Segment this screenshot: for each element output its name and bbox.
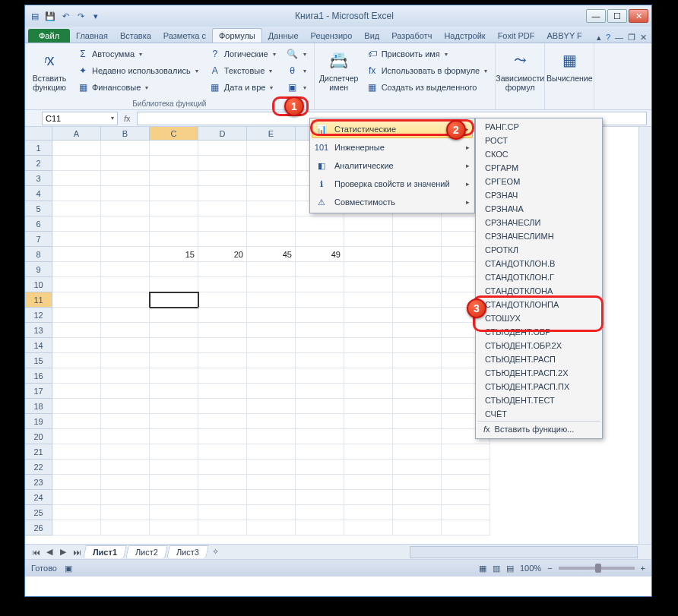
cell-H6[interactable] xyxy=(393,216,442,232)
cell-B2[interactable] xyxy=(101,156,150,171)
cell-A13[interactable] xyxy=(52,323,101,338)
cell-F17[interactable] xyxy=(296,384,344,399)
cell-C21[interactable] xyxy=(150,444,198,460)
sheet-nav-next[interactable]: ▶ xyxy=(57,547,69,557)
cell-A5[interactable] xyxy=(52,201,101,216)
function-item-СРЗНАЧЕСЛИМН[interactable]: СРЗНАЧЕСЛИМН xyxy=(477,229,600,243)
create-from-selection-button[interactable]: ▦Создать из выделенного xyxy=(363,80,491,95)
cell-B23[interactable] xyxy=(101,475,150,490)
sheet-nav-prev[interactable]: ◀ xyxy=(43,547,55,557)
cell-G7[interactable] xyxy=(344,232,393,247)
cell-F25[interactable] xyxy=(296,505,344,520)
use-in-formula-button[interactable]: fxИспользовать в формуле▾ xyxy=(363,63,491,78)
lookup-button[interactable]: 🔍▾ xyxy=(284,46,309,62)
cell-E20[interactable] xyxy=(247,429,296,444)
cell-H15[interactable] xyxy=(393,353,442,368)
cell-A2[interactable] xyxy=(52,156,101,171)
cell-A21[interactable] xyxy=(52,444,101,460)
cell-E23[interactable] xyxy=(247,475,296,490)
wb-close-icon[interactable]: ✕ xyxy=(640,33,647,43)
cell-D16[interactable] xyxy=(198,368,247,384)
cell-E15[interactable] xyxy=(247,353,296,368)
tab-data[interactable]: Данные xyxy=(262,29,305,43)
cell-D5[interactable] xyxy=(198,201,247,216)
cell-C19[interactable] xyxy=(150,414,198,429)
row-header-16[interactable]: 16 xyxy=(25,368,52,384)
cell-A19[interactable] xyxy=(52,414,101,429)
cell-E4[interactable] xyxy=(247,186,296,201)
cell-D9[interactable] xyxy=(198,262,247,277)
cell-F18[interactable] xyxy=(296,399,344,414)
cell-C20[interactable] xyxy=(150,429,198,444)
tab-review[interactable]: Рецензиро xyxy=(305,29,359,43)
cell-A20[interactable] xyxy=(52,429,101,444)
row-header-12[interactable]: 12 xyxy=(25,308,52,323)
sheet-nav-first[interactable]: ⏮ xyxy=(30,548,42,557)
cell-D10[interactable] xyxy=(198,277,247,292)
cell-E12[interactable] xyxy=(247,308,296,323)
cell-A12[interactable] xyxy=(52,308,101,323)
name-box[interactable]: C11▾ xyxy=(42,112,118,125)
column-header-C[interactable]: C xyxy=(150,127,198,141)
cell-B10[interactable] xyxy=(101,277,150,292)
cell-D19[interactable] xyxy=(198,414,247,429)
cell-G20[interactable] xyxy=(344,429,393,444)
cell-B25[interactable] xyxy=(101,505,150,520)
cell-A26[interactable] xyxy=(52,520,101,535)
cell-B24[interactable] xyxy=(101,490,150,505)
cell-A3[interactable] xyxy=(52,171,101,186)
function-item-СРЗНАЧА[interactable]: СРЗНАЧА xyxy=(477,202,600,216)
cell-G10[interactable] xyxy=(344,277,393,292)
function-item-СКОС[interactable]: СКОС xyxy=(477,147,600,161)
menu-item-аналитические[interactable]: ◧Аналитические▸ xyxy=(312,156,473,175)
cell-C16[interactable] xyxy=(150,368,198,384)
cell-H26[interactable] xyxy=(393,520,442,535)
function-item-СТАНДОТКЛОНПА[interactable]: СТАНДОТКЛОНПА xyxy=(477,298,600,311)
cell-E22[interactable] xyxy=(247,460,296,475)
tab-formulas[interactable]: Формулы xyxy=(212,28,262,43)
cell-E5[interactable] xyxy=(247,201,296,216)
define-name-button[interactable]: 🏷Присвоить имя▾ xyxy=(363,46,491,62)
row-header-25[interactable]: 25 xyxy=(25,505,52,520)
row-header-11[interactable]: 11 xyxy=(25,292,52,308)
cell-F24[interactable] xyxy=(296,490,344,505)
cell-F11[interactable] xyxy=(296,292,344,308)
cell-B17[interactable] xyxy=(101,384,150,399)
cell-B4[interactable] xyxy=(101,186,150,201)
cell-H7[interactable] xyxy=(393,232,442,247)
tab-abbyy[interactable]: ABBYY F xyxy=(541,29,588,43)
cell-B15[interactable] xyxy=(101,353,150,368)
financial-button[interactable]: ▦Финансовые▾ xyxy=(74,80,201,95)
cell-G24[interactable] xyxy=(344,490,393,505)
zoom-out-button[interactable]: − xyxy=(547,564,552,573)
cell-C13[interactable] xyxy=(150,323,198,338)
function-item-СТЬЮДЕНТ.ОБР.2Х[interactable]: СТЬЮДЕНТ.ОБР.2Х xyxy=(477,339,600,352)
cell-C1[interactable] xyxy=(150,141,198,156)
cell-G13[interactable] xyxy=(344,323,393,338)
cell-C4[interactable] xyxy=(150,186,198,201)
column-header-E[interactable]: E xyxy=(247,127,296,141)
calculation-button[interactable]: ▦ Вычисление xyxy=(550,46,589,108)
text-button[interactable]: AТекстовые▾ xyxy=(206,63,279,78)
view-normal-icon[interactable]: ▦ xyxy=(479,564,486,573)
cell-L23[interactable] xyxy=(442,475,490,490)
cell-G16[interactable] xyxy=(344,368,393,384)
cell-A24[interactable] xyxy=(52,490,101,505)
wb-restore-icon[interactable]: ❐ xyxy=(628,33,635,43)
cell-B18[interactable] xyxy=(101,399,150,414)
cell-E25[interactable] xyxy=(247,505,296,520)
cell-B16[interactable] xyxy=(101,368,150,384)
name-manager-button[interactable]: 📇 Диспетчер имен xyxy=(319,46,359,108)
cell-H22[interactable] xyxy=(393,460,442,475)
function-item-СТЬЮДЕНТ.РАСП.2Х[interactable]: СТЬЮДЕНТ.РАСП.2Х xyxy=(477,366,600,380)
cell-H25[interactable] xyxy=(393,505,442,520)
cell-C3[interactable] xyxy=(150,171,198,186)
cell-H9[interactable] xyxy=(393,262,442,277)
row-header-19[interactable]: 19 xyxy=(25,414,52,429)
file-tab[interactable]: Файл xyxy=(28,29,70,43)
cell-B6[interactable] xyxy=(101,216,150,232)
cell-L25[interactable] xyxy=(442,505,490,520)
tab-addins[interactable]: Надстройк xyxy=(438,29,491,43)
menu-item-проверка-свойств-и-значений[interactable]: ℹПроверка свойств и значений▸ xyxy=(312,175,473,193)
cell-D2[interactable] xyxy=(198,156,247,171)
